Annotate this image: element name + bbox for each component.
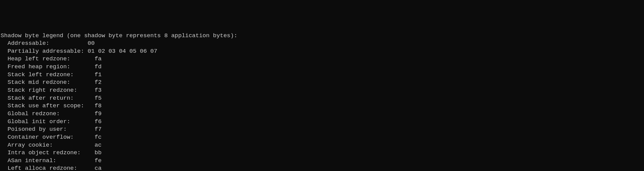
- legend-entry: Poisoned by user: f7: [1, 126, 644, 134]
- legend-entry: Partially addressable: 01 02 03 04 05 06…: [1, 48, 644, 55]
- legend-label: Partially addressable:: [1, 48, 88, 55]
- legend-label: Poisoned by user:: [1, 126, 95, 133]
- legend-label: Stack left redzone:: [1, 71, 95, 78]
- legend-label: ASan internal:: [1, 157, 95, 164]
- legend-entry: Array cookie: ac: [1, 141, 644, 149]
- legend-value: f1: [95, 71, 102, 78]
- legend-entry: Left alloca redzone: ca: [1, 165, 644, 171]
- terminal-output: Shadow byte legend (one shadow byte repr…: [0, 31, 644, 171]
- legend-value: 01 02 03 04 05 06 07: [88, 48, 157, 55]
- legend-value: ca: [95, 165, 102, 171]
- legend-header: Shadow byte legend (one shadow byte repr…: [1, 32, 644, 40]
- legend-label: Left alloca redzone:: [1, 165, 95, 171]
- legend-label: Stack use after scope:: [1, 102, 95, 109]
- legend-value: bb: [95, 149, 102, 156]
- legend-entry: Stack left redzone: f1: [1, 71, 644, 79]
- legend-entry: Addressable: 00: [1, 40, 644, 48]
- legend-value: fd: [95, 63, 102, 70]
- legend-value: f2: [95, 79, 102, 86]
- legend-label: Array cookie:: [1, 142, 95, 148]
- legend-entry: Global init order: f6: [1, 118, 644, 126]
- legend-label: Global init order:: [1, 118, 95, 125]
- legend-label: Stack mid redzone:: [1, 79, 95, 86]
- legend-value: 00: [88, 40, 95, 47]
- legend-entry: Stack right redzone: f3: [1, 87, 644, 94]
- legend-value: f3: [95, 87, 102, 94]
- legend-value: fe: [95, 157, 102, 164]
- legend-label: Container overflow:: [1, 134, 95, 141]
- legend-entry: Heap left redzone: fa: [1, 55, 644, 63]
- legend-value: f9: [95, 110, 102, 117]
- legend-entry: Global redzone: f9: [1, 110, 644, 118]
- legend-value: f6: [95, 118, 102, 125]
- legend-label: Freed heap region:: [1, 63, 95, 70]
- legend-entry: Stack use after scope: f8: [1, 102, 644, 110]
- legend-value: f8: [95, 102, 102, 109]
- legend-value: f5: [95, 95, 102, 102]
- legend-entry: Container overflow: fc: [1, 134, 644, 141]
- legend-label: Stack right redzone:: [1, 87, 95, 94]
- legend-value: fc: [95, 134, 102, 141]
- legend-label: Addressable:: [1, 40, 88, 47]
- legend-entry: Stack mid redzone: f2: [1, 79, 644, 87]
- legend-label: Heap left redzone:: [1, 55, 95, 62]
- legend-label: Global redzone:: [1, 110, 95, 117]
- legend-value: ac: [95, 142, 102, 148]
- legend-entry: ASan internal: fe: [1, 157, 644, 165]
- legend-value: fa: [95, 55, 102, 62]
- legend-entry: Freed heap region: fd: [1, 63, 644, 71]
- legend-entry: Intra object redzone: bb: [1, 149, 644, 157]
- legend-label: Intra object redzone:: [1, 149, 95, 156]
- legend-value: f7: [95, 126, 102, 133]
- legend-entry: Stack after return: f5: [1, 94, 644, 102]
- legend-label: Stack after return:: [1, 95, 95, 102]
